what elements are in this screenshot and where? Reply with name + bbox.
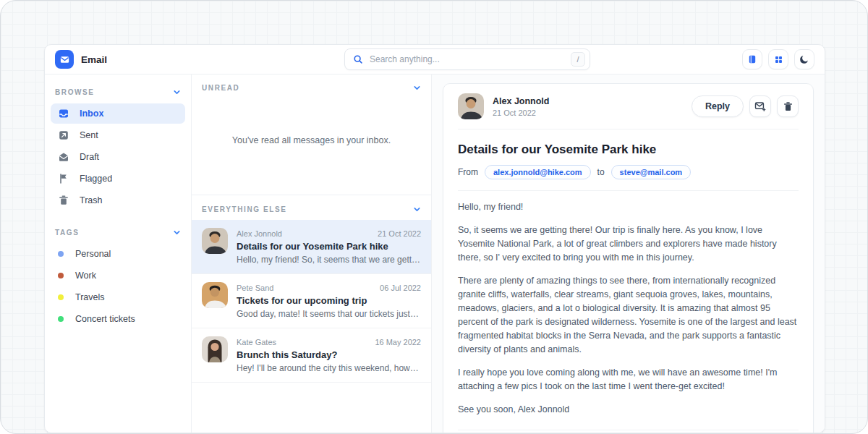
detail-subject: Details for our Yosemite Park hike (458, 142, 799, 157)
tag-color-dot (58, 294, 64, 300)
body-signoff: See you soon, Alex Jonnold (458, 403, 799, 417)
notebook-button[interactable] (742, 49, 762, 69)
delete-email-button[interactable] (777, 95, 799, 117)
email-summary: Pete Sand 06 Jul 2022 Tickets for our up… (237, 282, 421, 319)
from-address-chip[interactable]: alex.jonnold@hike.com (485, 165, 591, 179)
sidebar-item-label: Flagged (80, 174, 112, 184)
sidebar-item-flagged[interactable]: Flagged (51, 169, 185, 189)
sidebar-item-label: Draft (80, 152, 99, 162)
top-actions (742, 49, 814, 69)
browse-section-header: BROWSE (51, 80, 185, 103)
sidebar-item-label: Sent (80, 130, 98, 140)
tags-collapse-chevron-icon[interactable] (173, 229, 181, 237)
inbox-icon (58, 108, 69, 119)
email-detail-pane: Alex Jonnold 21 Oct 2022 Reply (432, 75, 825, 433)
to-label: to (597, 167, 605, 177)
body-paragraph: Hello, my friend! (458, 200, 799, 214)
search-input[interactable] (370, 54, 564, 64)
message-list-column: UNREAD You've read all messages in your … (191, 75, 432, 433)
email-sender: Kate Gates (237, 338, 276, 346)
email-subject: Brunch this Saturday? (237, 349, 421, 360)
from-to-row: From alex.jonnold@hike.com to steve@mail… (458, 165, 799, 191)
brand: Email (55, 50, 192, 69)
unread-empty-message: You've read all messages in your inbox. (192, 98, 431, 195)
tags-section-header: TAGS (51, 221, 185, 244)
tag-label: Work (75, 271, 96, 281)
sender-meta: Alex Jonnold 21 Oct 2022 (493, 96, 549, 117)
email-subject: Details for our Yosemite Park hike (237, 241, 421, 252)
draft-envelope-icon (58, 151, 69, 163)
desktop-background: Email / (0, 0, 868, 434)
unread-collapse-chevron-icon[interactable] (413, 84, 421, 92)
tag-label: Concert tickets (75, 314, 135, 324)
search-bar[interactable]: / (344, 48, 590, 70)
email-logo-icon (55, 50, 74, 69)
email-date: 16 May 2022 (375, 338, 421, 346)
tag-item-travels[interactable]: Travels (51, 287, 185, 307)
main-columns: BROWSE Inbox Sent Draft (45, 75, 825, 433)
tag-color-dot (58, 273, 64, 278)
flag-icon (58, 173, 69, 184)
body-paragraph: I really hope you love coming along with… (458, 366, 799, 393)
trash-icon (58, 195, 69, 206)
sidebar-item-sent[interactable]: Sent (51, 125, 185, 145)
email-summary: Kate Gates 16 May 2022 Brunch this Satur… (237, 336, 421, 373)
email-sender: Pete Sand (237, 284, 273, 292)
tags-label: TAGS (55, 229, 79, 237)
email-preview: Hey! I'll be around the city this weeken… (237, 363, 421, 373)
email-preview: Hello, my friend! So, it seems that we a… (237, 255, 421, 265)
email-list-item-kate[interactable]: Kate Gates 16 May 2022 Brunch this Satur… (192, 328, 431, 383)
apps-grid-button[interactable] (768, 49, 788, 69)
browse-label: BROWSE (55, 88, 95, 96)
envelope-forward-icon (754, 101, 766, 112)
reply-button[interactable]: Reply (692, 95, 744, 117)
app-title: Email (81, 54, 107, 65)
unread-section: UNREAD You've read all messages in your … (192, 75, 431, 195)
sidebar-item-inbox[interactable]: Inbox (51, 103, 185, 124)
forward-email-button[interactable] (749, 95, 771, 117)
everything-else-section-header: EVERYTHING ELSE (192, 195, 431, 220)
detail-date: 21 Oct 2022 (493, 109, 549, 117)
tag-label: Travels (75, 292, 105, 302)
from-label: From (458, 167, 478, 177)
avatar (202, 282, 228, 308)
email-list-item-alex[interactable]: Alex Jonnold 21 Oct 2022 Details for our… (192, 220, 431, 274)
sidebar-item-draft[interactable]: Draft (51, 147, 185, 167)
email-summary: Alex Jonnold 21 Oct 2022 Details for our… (237, 228, 421, 265)
avatar (202, 228, 228, 254)
moon-icon (799, 54, 809, 64)
apps-grid-icon (774, 55, 783, 64)
sidebar-item-trash[interactable]: Trash (51, 190, 185, 210)
everything-else-label: EVERYTHING ELSE (202, 205, 287, 213)
top-bar: Email / (45, 45, 825, 75)
sidebar-item-label: Trash (80, 195, 103, 205)
detail-actions: Reply (692, 95, 799, 117)
to-address-chip[interactable]: steve@mail.com (611, 165, 692, 179)
avatar (202, 336, 228, 362)
tag-item-work[interactable]: Work (51, 265, 185, 286)
everything-else-collapse-chevron-icon[interactable] (413, 205, 421, 213)
unread-label: UNREAD (202, 84, 239, 92)
tag-label: Personal (75, 249, 111, 259)
email-app-window: Email / (44, 44, 825, 433)
tag-item-personal[interactable]: Personal (51, 244, 185, 264)
body-paragraph: So, it seems we are getting there! Our t… (458, 224, 799, 265)
tag-color-dot (58, 251, 64, 257)
notebook-icon (747, 54, 757, 64)
email-list-item-pete[interactable]: Pete Sand 06 Jul 2022 Tickets for our up… (192, 274, 431, 328)
body-paragraph: There are plenty of amazing things to se… (458, 274, 799, 357)
email-detail-card: Alex Jonnold 21 Oct 2022 Reply (443, 83, 814, 433)
email-body: Hello, my friend! So, it seems we are ge… (458, 200, 799, 430)
detail-sender-name: Alex Jonnold (493, 96, 549, 106)
search-shortcut-key: / (571, 52, 585, 67)
search-icon (353, 54, 363, 64)
tag-item-concert-tickets[interactable]: Concert tickets (51, 309, 185, 329)
sidebar-item-label: Inbox (80, 109, 103, 119)
unread-section-header: UNREAD (192, 75, 431, 98)
email-date: 21 Oct 2022 (378, 229, 421, 238)
detail-header: Alex Jonnold 21 Oct 2022 Reply (458, 84, 799, 129)
dark-mode-button[interactable] (794, 49, 814, 69)
browse-collapse-chevron-icon[interactable] (173, 88, 181, 96)
email-sender: Alex Jonnold (237, 229, 282, 238)
sender-avatar (458, 93, 484, 119)
